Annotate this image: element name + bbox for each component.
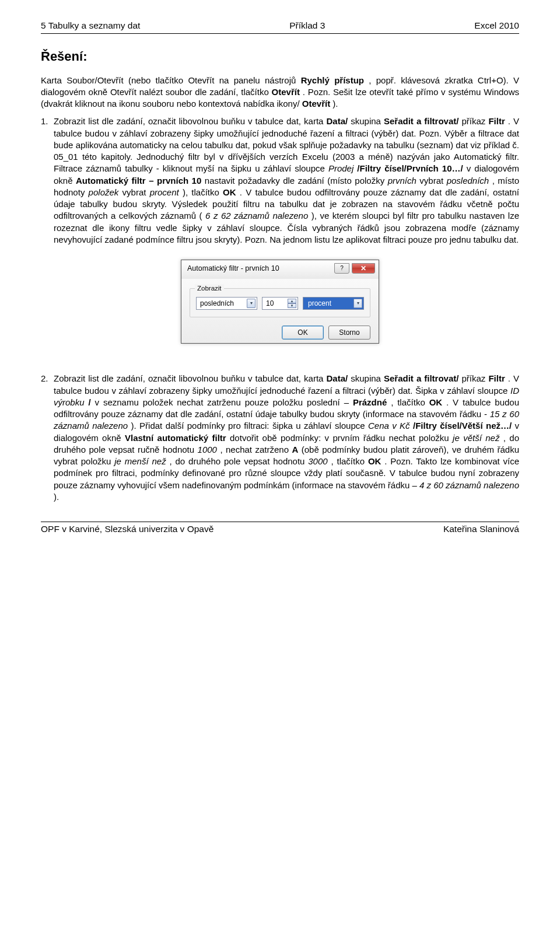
body-text: vybrat xyxy=(123,187,150,197)
intro-text: ). xyxy=(332,99,338,109)
list-item-2: Zobrazit list dle zadání, označit libovo… xyxy=(41,373,519,503)
body-bold: Seřadit a filtrovat/ xyxy=(384,116,459,126)
dialog-titlebar: Automatický filtr - prvních 10 ? ✕ xyxy=(181,260,379,279)
intro-bold: Rychlý přístup xyxy=(301,75,364,85)
header-right: Excel 2010 xyxy=(474,20,519,32)
body-bold: Automatický filtr – prvních 10 xyxy=(76,176,201,186)
body-text: příkaz xyxy=(462,373,489,383)
solution-list: Zobrazit list dle zadání, označit libovo… xyxy=(41,116,519,246)
body-text: , nechat zatrženo xyxy=(220,445,292,454)
body-italic: 1000 xyxy=(198,445,217,454)
ok-button[interactable]: OK xyxy=(282,326,324,340)
combo-direction-value: posledních xyxy=(200,299,234,308)
body-bold: /Filtry čísel/Prvních 10…/ xyxy=(357,163,463,173)
close-icon-glyph: ✕ xyxy=(360,264,366,273)
body-italic: 3000 xyxy=(308,456,327,466)
solution-list-2: Zobrazit list dle zadání, označit libovo… xyxy=(41,373,519,503)
footer-left: OPF v Karviné, Slezská univerzita v Opav… xyxy=(41,523,214,536)
spin-count-value: 10 xyxy=(266,299,274,308)
body-bold: Vlastní automatický filtr xyxy=(125,433,226,443)
body-italic: 4 z 60 záznamů nalezeno xyxy=(419,480,519,490)
chevron-down-icon[interactable] xyxy=(354,299,362,308)
help-icon-glyph: ? xyxy=(340,264,344,272)
group-row: posledních 10 ▲ ▼ procent xyxy=(196,297,364,310)
spin-down-icon[interactable]: ▼ xyxy=(288,303,296,308)
header-center: Příklad 3 xyxy=(289,20,325,32)
body-bold: Prázdné xyxy=(353,397,387,407)
chevron-down-icon[interactable] xyxy=(247,299,256,308)
body-text: ), tlačítko xyxy=(183,187,223,197)
body-text: ). xyxy=(54,492,59,502)
body-text: nastavit požadavky dle zadání (místo pol… xyxy=(205,176,388,186)
dialog-window-buttons: ? ✕ xyxy=(334,263,375,274)
body-text: skupina xyxy=(351,373,384,383)
spin-count[interactable]: 10 ▲ ▼ xyxy=(262,297,298,310)
ok-button-label: OK xyxy=(298,328,307,337)
body-italic: je větší než xyxy=(453,433,499,443)
body-bold: Seřadit a filtrovat/ xyxy=(384,373,459,383)
body-text: , do druhého pole vepsat hodnotu xyxy=(170,456,309,466)
body-italic: Cena v Kč xyxy=(368,421,410,431)
body-bold: / xyxy=(88,397,90,407)
body-italic: 6 z 62 záznamů nalezeno xyxy=(205,211,308,221)
body-bold: Data/ xyxy=(326,116,348,126)
body-italic: prvních xyxy=(388,176,416,186)
body-text: vybrat xyxy=(419,176,446,186)
body-italic: posledních xyxy=(447,176,489,186)
combo-unit-value: procent xyxy=(307,299,332,308)
dialog-footer: OK Storno xyxy=(190,326,370,340)
dialog-figure: Automatický filtr - prvních 10 ? ✕ Zobra… xyxy=(41,260,519,344)
close-icon[interactable]: ✕ xyxy=(352,263,375,274)
autofilter-dialog: Automatický filtr - prvních 10 ? ✕ Zobra… xyxy=(181,260,379,344)
group-label: Zobrazit xyxy=(195,284,224,293)
combo-unit[interactable]: procent xyxy=(303,297,364,310)
body-text: Zobrazit list dle zadání, označit libovo… xyxy=(54,373,326,383)
body-bold: OK xyxy=(223,187,236,197)
combo-direction[interactable]: posledních xyxy=(196,297,257,310)
page-header: 5 Tabulky a seznamy dat Příklad 3 Excel … xyxy=(41,20,519,34)
page-footer: OPF v Karviné, Slezská univerzita v Opav… xyxy=(41,522,519,536)
help-icon[interactable]: ? xyxy=(334,263,349,274)
intro-text: Karta Soubor/Otevřít (nebo tlačítko Otev… xyxy=(41,75,301,85)
body-text: v seznamu položek nechat zatrženu pouze … xyxy=(95,397,353,407)
body-text: skupina xyxy=(351,116,384,126)
intro-bold: Otevřít xyxy=(272,87,300,97)
body-bold: OK xyxy=(429,397,443,407)
dialog-title-text: Automatický filtr - prvních 10 xyxy=(187,264,279,274)
body-text: příkaz xyxy=(462,116,489,126)
body-bold: Filtr xyxy=(488,373,505,383)
body-italic: Prodej xyxy=(328,163,354,173)
group-zobrazit: Zobrazit posledních 10 ▲ ▼ procen xyxy=(190,288,370,317)
dialog-body: Zobrazit posledních 10 ▲ ▼ procen xyxy=(181,279,379,343)
solution-heading: Řešení: xyxy=(41,48,519,65)
spin-up-icon[interactable]: ▲ xyxy=(288,299,296,303)
body-text: Zobrazit list dle zadání, označit libovo… xyxy=(54,116,326,126)
body-bold: OK xyxy=(368,456,382,466)
body-text: , tlačítko xyxy=(391,397,429,407)
list-item-1: Zobrazit list dle zadání, označit libovo… xyxy=(41,116,519,246)
footer-right: Kateřina Slaninová xyxy=(443,523,519,536)
body-bold: /Filtry čísel/Větší než…/ xyxy=(413,421,512,431)
body-text: ). Přidat další podmínky pro filtraci: š… xyxy=(131,421,368,431)
body-bold: Data/ xyxy=(326,373,348,383)
cancel-button-label: Storno xyxy=(339,328,359,337)
body-italic: procent xyxy=(150,187,179,197)
spin-arrows: ▲ ▼ xyxy=(288,299,296,308)
cancel-button[interactable]: Storno xyxy=(328,326,370,340)
body-bold: Filtr xyxy=(488,116,505,126)
body-text: dotvořit obě podmínky: v prvním řádku ne… xyxy=(230,433,453,443)
body-italic: je menší než xyxy=(114,456,166,466)
body-italic: položek xyxy=(89,187,119,197)
intro-paragraph: Karta Soubor/Otevřít (nebo tlačítko Otev… xyxy=(41,75,519,110)
body-text: , tlačítko xyxy=(331,456,368,466)
header-left: 5 Tabulky a seznamy dat xyxy=(41,20,140,32)
intro-bold: Otevřít xyxy=(302,99,330,109)
body-bold: A xyxy=(292,445,298,454)
